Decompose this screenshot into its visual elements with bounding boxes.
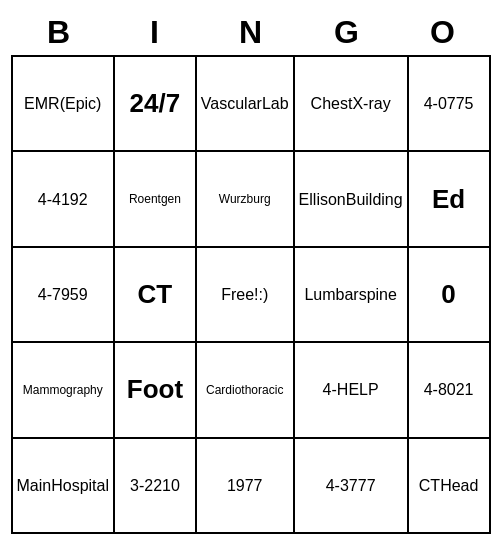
cell-r4-c0: MainHospital	[13, 439, 116, 534]
cell-r2-c2: Free!:)	[197, 248, 295, 343]
cell-r4-c1: 3-2210	[115, 439, 197, 534]
cell-r1-c3: EllisonBuilding	[295, 152, 409, 247]
cell-r3-c2: Cardiothoracic	[197, 343, 295, 438]
cell-r3-c4: 4-8021	[409, 343, 491, 438]
cell-r0-c3: ChestX-ray	[295, 57, 409, 152]
cell-r0-c1: 24/7	[115, 57, 197, 152]
cell-r0-c4: 4-0775	[409, 57, 491, 152]
cell-r1-c0: 4-4192	[13, 152, 116, 247]
bingo-card: BINGO EMR(Epic)24/7VascularLabChestX-ray…	[11, 10, 491, 534]
bingo-header: BINGO	[11, 10, 491, 55]
cell-r2-c0: 4-7959	[13, 248, 116, 343]
header-letter: I	[107, 10, 203, 55]
header-letter: G	[299, 10, 395, 55]
cell-r0-c2: VascularLab	[197, 57, 295, 152]
cell-r1-c2: Wurzburg	[197, 152, 295, 247]
cell-r4-c2: 1977	[197, 439, 295, 534]
cell-r1-c4: Ed	[409, 152, 491, 247]
cell-r1-c1: Roentgen	[115, 152, 197, 247]
cell-r2-c4: 0	[409, 248, 491, 343]
cell-r3-c3: 4-HELP	[295, 343, 409, 438]
cell-r2-c1: CT	[115, 248, 197, 343]
header-letter: O	[395, 10, 491, 55]
cell-r4-c4: CTHead	[409, 439, 491, 534]
cell-r2-c3: Lumbarspine	[295, 248, 409, 343]
cell-r0-c0: EMR(Epic)	[13, 57, 116, 152]
cell-r4-c3: 4-3777	[295, 439, 409, 534]
cell-r3-c0: Mammography	[13, 343, 116, 438]
header-letter: B	[11, 10, 107, 55]
header-letter: N	[203, 10, 299, 55]
bingo-grid: EMR(Epic)24/7VascularLabChestX-ray4-0775…	[11, 55, 491, 534]
cell-r3-c1: Foot	[115, 343, 197, 438]
